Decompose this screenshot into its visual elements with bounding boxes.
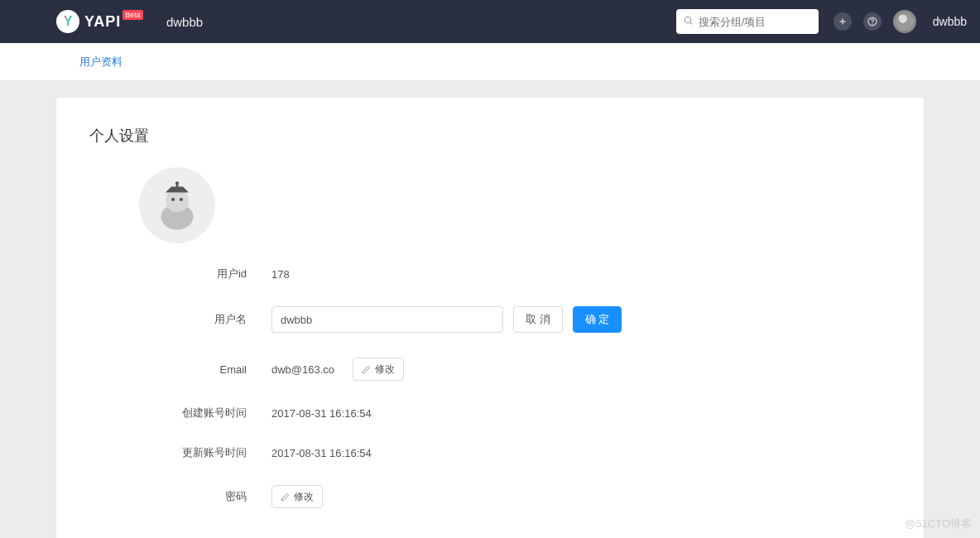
row-password: 密码 修改 [89,485,891,508]
search-box[interactable] [676,9,819,34]
edit-password-button[interactable]: 修改 [271,485,323,508]
row-username: 用户名 取 消 确 定 [89,306,891,333]
row-created: 创建账号时间 2017-08-31 16:16:54 [89,406,891,420]
value-created: 2017-08-31 16:16:54 [271,407,372,420]
svg-line-1 [690,22,692,24]
username-input[interactable] [271,306,503,333]
tab-user-profile[interactable]: 用户资料 [79,55,122,70]
watermark: @51CTO博客 [905,516,972,531]
avatar-small[interactable] [893,10,916,33]
header-actions: dwbbb [833,10,967,33]
username-label[interactable]: dwbbb [933,15,967,28]
label-created: 创建账号时间 [89,406,271,420]
svg-point-9 [180,198,183,201]
project-name: dwbbb [166,15,203,29]
svg-point-8 [171,198,175,201]
search-input[interactable] [699,16,838,28]
row-user-id: 用户id 178 [89,267,891,281]
value-email: dwb@163.co [271,363,343,376]
label-updated: 更新账号时间 [89,445,271,460]
avatar-large[interactable] [139,167,215,243]
label-password: 密码 [89,489,271,504]
label-username: 用户名 [89,312,271,327]
edit-icon [281,492,290,502]
logo-icon: Y [56,10,79,33]
sub-nav: 用户资料 [0,43,980,81]
row-updated: 更新账号时间 2017-08-31 16:16:54 [89,445,891,460]
search-icon [683,14,694,29]
logo-text: YAPI [84,13,121,31]
card-title: 个人设置 [89,126,891,146]
row-email: Email dwb@163.co 修改 [89,358,891,381]
app-header: Y YAPI Beta dwbbb dwbbb [0,0,980,43]
logo[interactable]: Y YAPI Beta [56,10,147,33]
edit-icon [362,365,371,374]
edit-email-button[interactable]: 修改 [353,358,404,381]
add-icon[interactable] [833,12,852,31]
settings-card: 个人设置 用户id 178 用户名 取 消 确 定 Email dwb@163.… [56,98,924,538]
label-email: Email [89,363,271,376]
confirm-button[interactable]: 确 定 [573,306,622,333]
svg-point-5 [872,24,872,25]
value-updated: 2017-08-31 16:16:54 [271,447,372,459]
svg-point-11 [175,181,179,185]
help-icon[interactable] [863,12,882,31]
label-user-id: 用户id [89,267,271,281]
beta-badge: Beta [122,10,143,20]
value-user-id: 178 [271,268,290,281]
svg-point-0 [685,17,691,23]
cancel-button[interactable]: 取 消 [513,306,563,333]
